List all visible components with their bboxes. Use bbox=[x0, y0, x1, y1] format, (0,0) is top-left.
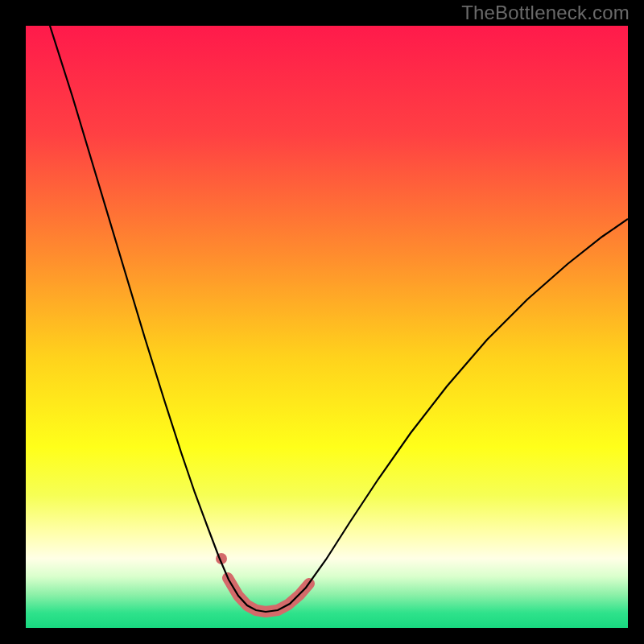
chart-frame: TheBottleneck.com bbox=[0, 0, 644, 644]
plot-background bbox=[26, 26, 628, 628]
bottleneck-chart bbox=[0, 0, 644, 644]
watermark-text: TheBottleneck.com bbox=[461, 2, 630, 24]
